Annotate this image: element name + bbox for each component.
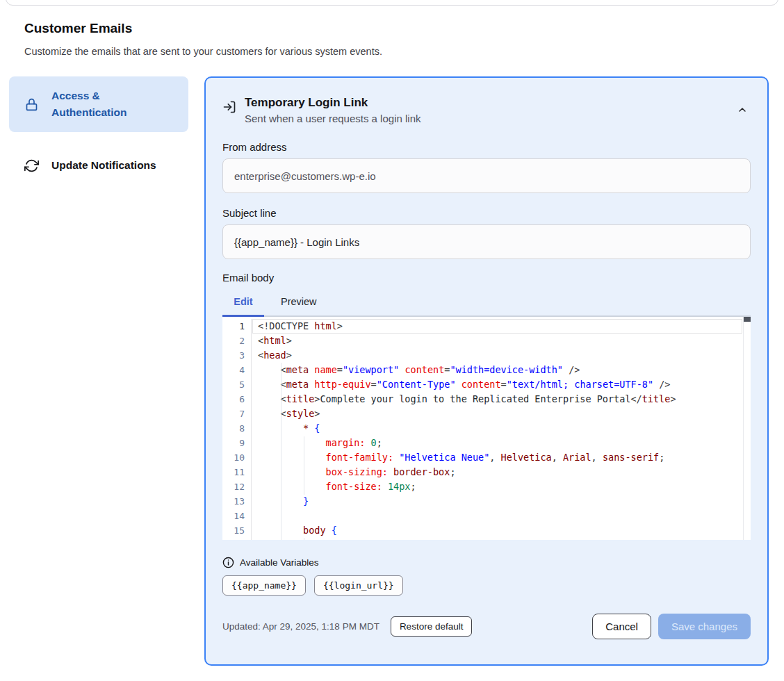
line-number: 6 <box>222 392 252 407</box>
code-editor[interactable]: 1<!DOCTYPE html>2<html>3<head>4 <meta na… <box>222 317 751 540</box>
line-number: 5 <box>222 377 252 392</box>
temporary-login-link-card: Temporary Login Link Sent when a user re… <box>204 76 769 666</box>
code-line-text: <title>Complete your login to the Replic… <box>252 392 676 407</box>
line-number: 7 <box>222 407 252 421</box>
card-title: Temporary Login Link <box>245 96 726 110</box>
tab-edit[interactable]: Edit <box>222 289 264 315</box>
code-line-text <box>252 509 258 523</box>
code-line[interactable]: 12 font-size: 14px; <box>222 479 751 494</box>
previous-section-card-edge <box>6 0 778 6</box>
sidebar-item-label: Access & Authentication <box>51 88 177 121</box>
code-line-text: <html> <box>252 334 292 348</box>
code-line-text: <head> <box>252 348 292 363</box>
settings-sidebar: Access & Authentication Update Notificat… <box>9 76 188 182</box>
code-line[interactable]: 5 <meta http-equiv="Content-Type" conten… <box>222 377 751 392</box>
code-line-text: font-size: 14px; <box>252 479 416 494</box>
editor-scrollbar-thumb[interactable] <box>744 317 751 322</box>
code-line[interactable]: 14 <box>222 509 751 523</box>
line-number: 3 <box>222 348 252 363</box>
code-line-text: <meta name="viewport" content="width=dev… <box>252 363 580 377</box>
code-line[interactable]: 10 font-family: "Helvetica Neue", Helvet… <box>222 450 751 465</box>
code-line[interactable]: 9 margin: 0; <box>222 436 751 450</box>
collapse-button[interactable] <box>734 101 751 120</box>
line-number: 11 <box>222 465 252 479</box>
code-line[interactable]: 2<html> <box>222 334 751 348</box>
refresh-icon <box>24 158 39 173</box>
code-line-text: font-family: "Helvetica Neue", Helvetica… <box>252 450 664 465</box>
code-line-text: <meta http-equiv="Content-Type" content=… <box>252 377 670 392</box>
line-number: 16 <box>222 538 252 540</box>
variable-chips: {{app_name}} {{login_url}} <box>222 575 751 596</box>
card-titles: Temporary Login Link Sent when a user re… <box>245 96 726 124</box>
line-number: 8 <box>222 421 252 436</box>
available-variables-label: Available Variables <box>240 557 319 568</box>
code-line[interactable]: 4 <meta name="viewport" content="width=d… <box>222 363 751 377</box>
code-line[interactable]: 11 box-sizing: border-box; <box>222 465 751 479</box>
code-line-text: * { <box>252 421 320 436</box>
from-address-label: From address <box>222 141 751 153</box>
customer-emails-page: Customer Emails Customize the emails tha… <box>0 0 784 681</box>
editor-scrollbar-track <box>743 317 744 540</box>
save-changes-button[interactable]: Save changes <box>658 614 751 639</box>
restore-default-button[interactable]: Restore default <box>391 616 473 637</box>
login-icon <box>222 100 236 117</box>
card-footer: Updated: Apr 29, 2025, 1:18 PM MDT Resto… <box>222 614 751 639</box>
editor-tabs: Edit Preview <box>222 289 751 317</box>
updated-timestamp: Updated: Apr 29, 2025, 1:18 PM MDT <box>222 621 379 632</box>
line-number: 10 <box>222 450 252 465</box>
line-number: 14 <box>222 509 252 523</box>
code-line[interactable]: 3<head> <box>222 348 751 363</box>
code-line-text: margin: 0; <box>252 436 382 450</box>
line-number: 15 <box>222 523 252 538</box>
page-title: Customer Emails <box>24 21 132 36</box>
code-editor-lines: 1<!DOCTYPE html>2<html>3<head>4 <meta na… <box>222 317 751 540</box>
code-line[interactable]: 6 <title>Complete your login to the Repl… <box>222 392 751 407</box>
code-line[interactable]: 15 body { <box>222 523 751 538</box>
code-line[interactable]: 7 <style> <box>222 407 751 421</box>
lock-icon <box>24 97 39 112</box>
variable-chip-app-name[interactable]: {{app_name}} <box>222 575 306 596</box>
card-subtitle: Sent when a user requests a login link <box>245 113 726 124</box>
line-number: 2 <box>222 334 252 348</box>
line-number: 13 <box>222 494 252 509</box>
card-header[interactable]: Temporary Login Link Sent when a user re… <box>222 96 751 124</box>
line-number: 4 <box>222 363 252 377</box>
from-address-input[interactable] <box>222 158 751 193</box>
line-number: 1 <box>222 319 252 334</box>
variable-chip-login-url[interactable]: {{login_url}} <box>314 575 403 596</box>
tab-preview[interactable]: Preview <box>281 289 317 315</box>
code-line-text: body { <box>252 523 337 538</box>
email-body-label: Email body <box>222 272 751 284</box>
code-line[interactable]: 8 * { <box>222 421 751 436</box>
sidebar-item-update-notifications[interactable]: Update Notifications <box>9 149 188 182</box>
line-number: 12 <box>222 479 252 494</box>
code-line-text: <style> <box>252 407 320 421</box>
code-line-text: background-color: #ffffff; <box>252 538 473 540</box>
chevron-up-icon <box>737 104 748 117</box>
subject-line-label: Subject line <box>222 207 751 219</box>
code-line-text: } <box>252 494 309 509</box>
sidebar-item-access-authentication[interactable]: Access & Authentication <box>9 76 188 132</box>
cancel-button[interactable]: Cancel <box>592 614 651 639</box>
code-line[interactable]: 13 } <box>222 494 751 509</box>
code-line[interactable]: 16 background-color: #ffffff; <box>222 538 751 540</box>
code-line-text: <!DOCTYPE html> <box>252 319 343 334</box>
sidebar-item-label: Update Notifications <box>51 157 156 174</box>
code-line[interactable]: 1<!DOCTYPE html> <box>222 319 751 334</box>
available-variables-header: Available Variables <box>222 557 751 568</box>
subject-line-input[interactable] <box>222 224 751 259</box>
info-icon <box>222 557 234 568</box>
line-number: 9 <box>222 436 252 450</box>
code-line-text: box-sizing: border-box; <box>252 465 456 479</box>
page-subtitle: Customize the emails that are sent to yo… <box>24 46 382 57</box>
